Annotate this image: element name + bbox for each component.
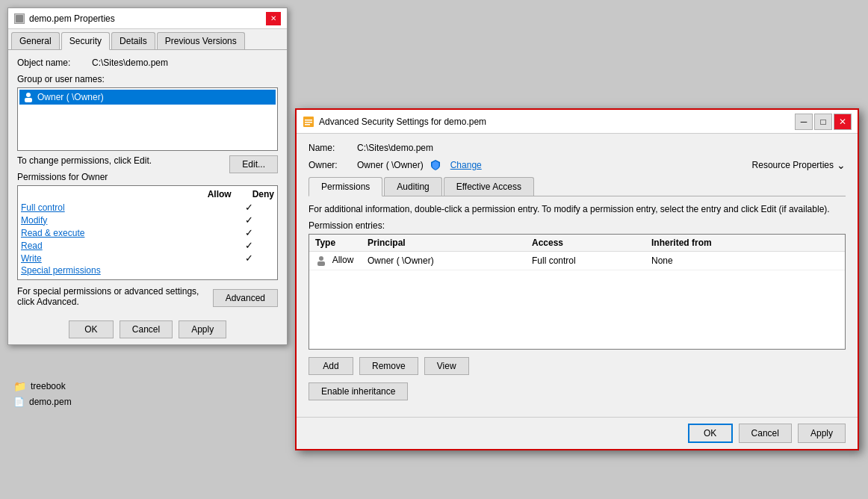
properties-cancel-button[interactable]: Cancel [120, 320, 173, 338]
perm-row-special: Special permissions [21, 264, 274, 276]
tab-general[interactable]: General [11, 32, 60, 49]
deny-header: Deny [252, 189, 274, 199]
edit-button[interactable]: Edit... [229, 155, 278, 173]
adv-titlebar-controls: ─ □ ✕ [795, 114, 852, 130]
perm-row-write: Write ✓ [21, 252, 274, 264]
perm-row-readexecute: Read & execute ✓ [21, 226, 274, 239]
svg-rect-6 [305, 122, 312, 123]
permissions-for-label: Permissions for Owner [17, 172, 278, 182]
advanced-dialog-buttons: OK Cancel Apply [297, 417, 858, 449]
advanced-titlebar: Advanced Security Settings for demo.pem … [297, 110, 858, 134]
properties-ok-button[interactable]: OK [69, 320, 114, 338]
perm-entries-header: Type Principal Access Inherited from [309, 235, 845, 252]
perm-modify[interactable]: Modify [21, 215, 47, 226]
permissions-header: Allow Deny [21, 189, 274, 199]
tab-auditing[interactable]: Auditing [384, 177, 441, 196]
remove-button[interactable]: Remove [359, 357, 418, 375]
advanced-settings-area: For special permissions or advanced sett… [17, 286, 278, 307]
advanced-content: Name: C:\Sites\demo.pem Owner: Owner ( \… [297, 134, 858, 417]
permissions-section: Permissions for Owner Allow Deny Full co… [17, 172, 278, 280]
advanced-button[interactable]: Advanced [213, 289, 278, 307]
advanced-security-dialog: Advanced Security Settings for demo.pem … [295, 108, 859, 450]
perm-read[interactable]: Read [21, 241, 43, 251]
properties-apply-button[interactable]: Apply [179, 320, 226, 338]
perm-row-fullcontrol: Full control ✓ [21, 201, 274, 214]
file-list: 📁 treebook 📄 demo.pem [7, 378, 78, 409]
properties-close-button[interactable]: ✕ [266, 12, 281, 25]
folder-item[interactable]: 📁 treebook [7, 378, 78, 394]
perm-readexecute-allow: ✓ [245, 227, 253, 238]
enable-inheritance-button[interactable]: Enable inheritance [309, 382, 408, 400]
principal-header: Principal [368, 238, 532, 248]
tab-previous-versions[interactable]: Previous Versions [157, 32, 245, 49]
view-button[interactable]: View [424, 357, 469, 375]
user-entry-icon [315, 255, 327, 267]
file-icon: 📄 [13, 397, 25, 407]
perm-entries-label: Permission entries: [309, 220, 846, 231]
advanced-text: For special permissions or advanced sett… [17, 286, 199, 307]
action-buttons-row: Add Remove View [309, 357, 846, 375]
adv-owner-value: Owner ( \Owner) [357, 160, 424, 170]
inheritance-row: Enable inheritance [309, 382, 846, 400]
permissions-table: Allow Deny Full control ✓ Modify ✓ [17, 185, 278, 280]
perm-write-allow: ✓ [245, 252, 253, 264]
folder-name: treebook [31, 381, 66, 391]
advanced-tabs-bar: Permissions Auditing Effective Access [309, 177, 846, 196]
perm-write[interactable]: Write [21, 253, 42, 264]
advanced-apply-button[interactable]: Apply [798, 424, 846, 443]
user-icon [22, 91, 34, 103]
inherited-from-header: Inherited from [651, 238, 801, 248]
perm-entries-table: Type Principal Access Inherited from All… [309, 234, 846, 350]
perm-special[interactable]: Special permissions [21, 265, 101, 276]
advanced-ok-button[interactable]: OK [688, 424, 733, 443]
perm-readexecute[interactable]: Read & execute [21, 228, 84, 238]
advanced-close-button[interactable]: ✕ [834, 114, 852, 130]
perm-fullcontrol-allow: ✓ [245, 202, 253, 213]
tab-details[interactable]: Details [111, 32, 155, 49]
resource-properties-button[interactable]: Resource Properties ⌄ [752, 159, 846, 171]
svg-rect-5 [305, 120, 312, 121]
perm-fullcontrol[interactable]: Full control [21, 202, 65, 213]
group-users-label: Group or user names: [17, 74, 278, 84]
properties-dialog-buttons: OK Cancel Apply [8, 314, 287, 344]
properties-tabs-bar: General Security Details Previous Versio… [8, 29, 287, 50]
user-item[interactable]: Owner ( \Owner) [19, 90, 276, 105]
object-name-label: Object name: [17, 58, 92, 68]
change-perms-label: To change permissions, click Edit. [17, 155, 152, 166]
allow-header: Allow [208, 189, 232, 199]
perm-entry-row[interactable]: Allow Owner ( \Owner) Full control None [309, 252, 845, 270]
chevron-down-icon: ⌄ [837, 159, 846, 171]
properties-icon [14, 13, 25, 24]
shield-icon [430, 159, 441, 171]
tab-effective-access[interactable]: Effective Access [444, 177, 534, 196]
advanced-title: Advanced Security Settings for demo.pem [319, 117, 486, 127]
svg-rect-0 [16, 15, 23, 22]
advanced-cancel-button[interactable]: Cancel [739, 424, 792, 443]
tab-security[interactable]: Security [61, 32, 110, 50]
add-button[interactable]: Add [309, 357, 353, 375]
entry-type: Allow [315, 255, 368, 267]
type-header: Type [315, 238, 368, 248]
properties-title: demo.pem Properties [29, 13, 115, 24]
advanced-maximize-button[interactable]: □ [814, 114, 832, 130]
file-item[interactable]: 📄 demo.pem [7, 394, 78, 409]
resource-properties-label: Resource Properties [752, 160, 834, 170]
access-header: Access [532, 238, 651, 248]
properties-titlebar: demo.pem Properties ✕ [8, 8, 287, 29]
titlebar-left: demo.pem Properties [14, 13, 115, 24]
svg-rect-7 [305, 124, 310, 125]
perm-entries-body: Allow Owner ( \Owner) Full control None [309, 252, 845, 349]
perm-modify-allow: ✓ [245, 214, 253, 226]
adv-change-link[interactable]: Change [450, 160, 482, 170]
users-list[interactable]: Owner ( \Owner) [17, 87, 278, 151]
perm-row-modify: Modify ✓ [21, 214, 274, 226]
perm-read-allow: ✓ [245, 240, 253, 251]
tab-permissions[interactable]: Permissions [309, 177, 382, 196]
perm-row-read: Read ✓ [21, 239, 274, 252]
folder-icon: 📁 [13, 380, 26, 392]
entry-inherited-from: None [651, 255, 801, 266]
advanced-minimize-button[interactable]: ─ [795, 114, 813, 130]
adv-owner-label: Owner: [309, 160, 357, 170]
svg-point-8 [319, 256, 323, 261]
adv-change-area: Change [430, 159, 482, 171]
